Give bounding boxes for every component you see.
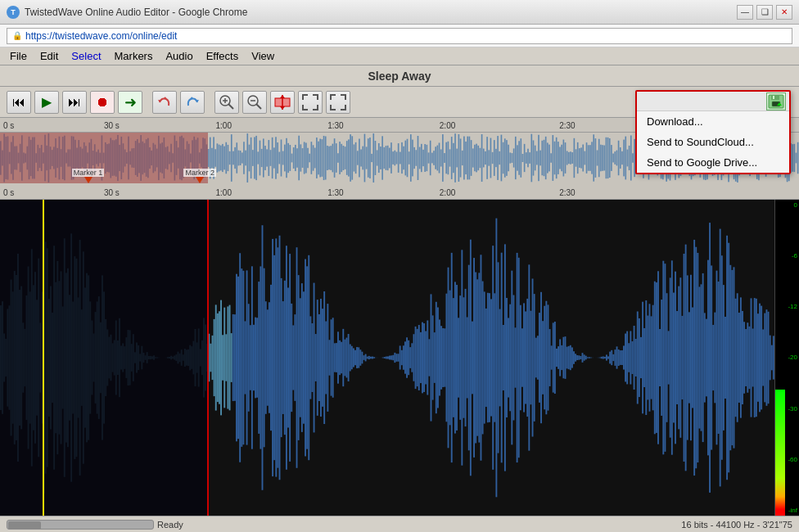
svg-rect-669: [346, 338, 348, 378]
svg-rect-806: [582, 353, 584, 363]
svg-rect-206: [334, 138, 336, 178]
svg-rect-192: [309, 154, 310, 163]
svg-rect-257: [424, 144, 426, 172]
svg-rect-790: [554, 322, 556, 394]
zoom-sel-in-button[interactable]: [298, 91, 323, 114]
redo-button[interactable]: [180, 91, 205, 114]
svg-rect-798: [568, 346, 570, 369]
svg-rect-817: [601, 357, 603, 358]
svg-rect-654: [320, 299, 322, 417]
svg-rect-278: [462, 151, 463, 165]
svg-rect-233: [381, 136, 383, 179]
svg-rect-256: [422, 150, 424, 166]
main-waveform-canvas[interactable]: [0, 200, 774, 516]
svg-rect-161: [254, 137, 255, 178]
svg-rect-631: [281, 278, 282, 437]
download-item[interactable]: Download...: [637, 111, 789, 132]
svg-rect-190: [305, 142, 307, 173]
zoom-sel-out-button[interactable]: [326, 91, 350, 114]
vu-neg60: -60: [786, 456, 797, 463]
svg-rect-251: [413, 147, 415, 169]
svg-rect-370: [625, 137, 626, 180]
svg-rect-371: [627, 150, 629, 167]
svg-rect-165: [261, 149, 263, 167]
svg-rect-140: [217, 143, 219, 172]
horizontal-scrollbar[interactable]: [7, 520, 154, 530]
svg-rect-788: [551, 345, 553, 369]
svg-rect-590: [210, 344, 211, 372]
menu-markers[interactable]: Markers: [108, 48, 160, 64]
svg-rect-216: [351, 136, 353, 179]
zoom-in-button[interactable]: [214, 91, 239, 114]
menu-effects[interactable]: Effects: [200, 48, 246, 64]
svg-rect-610: [245, 321, 246, 394]
svg-rect-832: [626, 331, 628, 385]
zoom-out-button[interactable]: [242, 91, 267, 114]
svg-rect-723: [439, 319, 440, 395]
rewind-button[interactable]: ⏮: [7, 91, 31, 114]
svg-rect-223: [364, 134, 366, 183]
svg-rect-716: [427, 320, 428, 394]
svg-rect-852: [661, 300, 662, 416]
menu-file[interactable]: File: [3, 48, 34, 64]
svg-rect-784: [544, 306, 545, 410]
svg-rect-635: [287, 288, 289, 428]
maximize-button[interactable]: ❑: [756, 5, 773, 20]
svg-marker-11: [280, 95, 285, 98]
svg-rect-724: [440, 326, 442, 390]
minimize-button[interactable]: —: [737, 5, 753, 20]
svg-rect-615: [253, 325, 255, 390]
svg-rect-151: [236, 142, 237, 173]
soundcloud-item[interactable]: Send to SoundCloud...: [637, 132, 789, 152]
svg-rect-354: [597, 150, 598, 165]
svg-rect-340: [571, 152, 573, 164]
svg-rect-903: [748, 327, 750, 389]
svg-rect-215: [350, 134, 351, 182]
undo-button[interactable]: [152, 91, 177, 114]
svg-rect-308: [515, 137, 517, 179]
svg-rect-208: [337, 153, 339, 163]
svg-rect-374: [632, 153, 634, 162]
svg-rect-174: [277, 142, 278, 174]
svg-rect-366: [618, 141, 620, 175]
svg-rect-219: [357, 151, 359, 165]
svg-rect-785: [545, 301, 547, 415]
save-icon[interactable]: [766, 92, 786, 110]
svg-rect-264: [437, 146, 439, 171]
svg-rect-818: [603, 356, 604, 358]
menu-audio[interactable]: Audio: [159, 48, 199, 64]
svg-rect-602: [231, 333, 232, 382]
svg-rect-217: [354, 144, 355, 171]
svg-rect-777: [532, 278, 534, 436]
forward-arrow-button[interactable]: ➜: [118, 91, 142, 114]
menu-edit[interactable]: Edit: [34, 48, 65, 64]
svg-rect-684: [372, 357, 373, 359]
address-box[interactable]: 🔒 https://twistedwave.com/online/edit: [7, 28, 792, 44]
scrollbar-thumb[interactable]: [8, 521, 41, 530]
svg-rect-656: [323, 291, 325, 424]
svg-rect-695: [390, 355, 392, 359]
svg-rect-729: [449, 291, 451, 426]
svg-rect-302: [504, 138, 506, 177]
menu-select[interactable]: Select: [65, 48, 107, 64]
svg-rect-180: [287, 143, 289, 173]
fast-forward-button[interactable]: ⏭: [62, 91, 87, 114]
menu-view[interactable]: View: [245, 48, 281, 64]
svg-rect-835: [632, 341, 634, 374]
svg-rect-893: [731, 270, 733, 445]
record-button[interactable]: ⏺: [90, 91, 115, 114]
svg-rect-808: [585, 356, 587, 360]
main-waveform-container[interactable]: 0 -6 -12 -20 -30 -60 -inf: [0, 200, 799, 516]
svg-rect-175: [279, 152, 281, 165]
fit-button[interactable]: [270, 91, 295, 114]
main-ruler: 0 s 30 s 1:00 1:30 2:00 2:30: [0, 183, 799, 200]
marker-1: Marker 1: [72, 169, 105, 183]
svg-rect-856: [668, 331, 670, 384]
svg-rect-142: [220, 146, 222, 171]
close-button[interactable]: ✕: [776, 5, 792, 20]
play-button[interactable]: ▶: [34, 91, 59, 114]
svg-rect-662: [334, 343, 336, 372]
svg-rect-291: [485, 151, 486, 165]
google-drive-item[interactable]: Send to Google Drive...: [637, 152, 789, 173]
marker-2: Marker 2: [183, 169, 216, 183]
